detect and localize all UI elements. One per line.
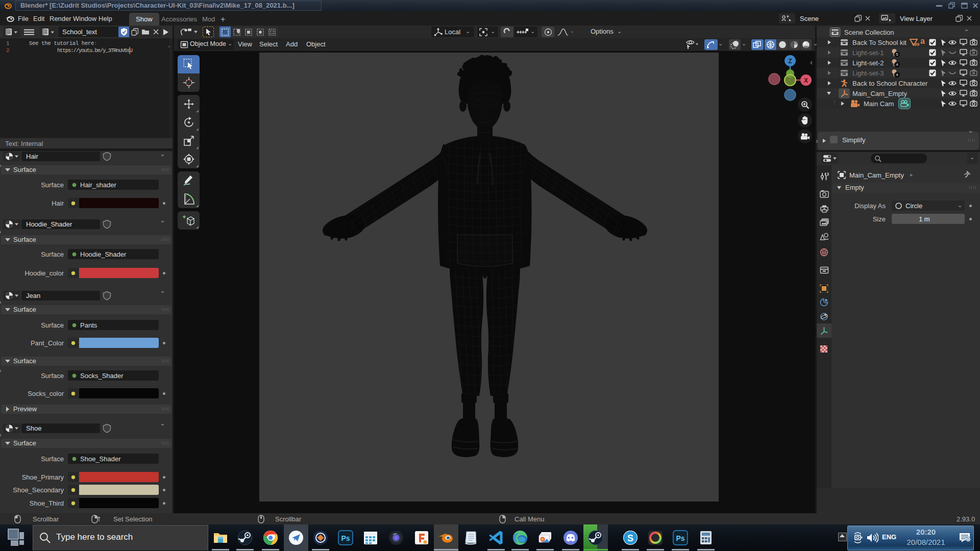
- svg-text:X: X: [804, 77, 808, 84]
- svg-text:Z: Z: [788, 58, 792, 65]
- svg-text:Ps: Ps: [676, 534, 684, 542]
- svg-text:S: S: [627, 533, 633, 543]
- svg-text:Ps: Ps: [341, 534, 350, 542]
